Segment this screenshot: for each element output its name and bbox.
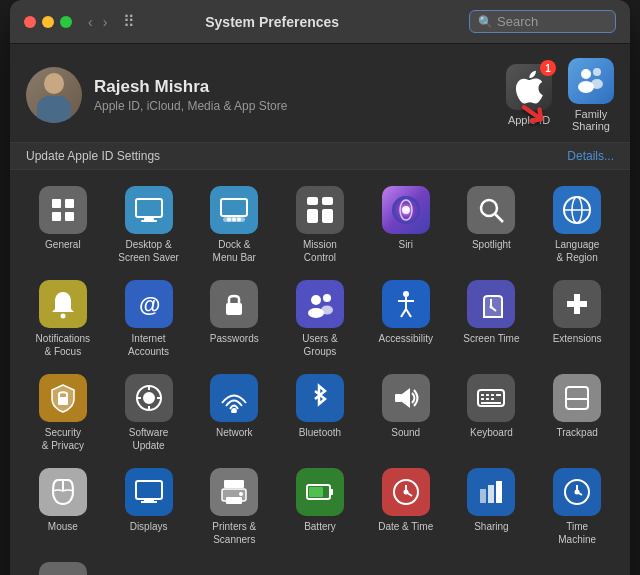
pref-item-spotlight[interactable]: Spotlight: [451, 180, 533, 270]
pref-item-extensions[interactable]: Extensions: [536, 274, 618, 364]
preferences-grid: GeneralDesktop & Screen SaverDock & Menu…: [10, 170, 630, 575]
pref-label-trackpad: Trackpad: [556, 426, 597, 439]
pref-label-screentime: Screen Time: [463, 332, 519, 345]
pref-label-spotlight: Spotlight: [472, 238, 511, 251]
pref-item-sound[interactable]: Sound: [365, 368, 447, 458]
pref-icon-users: [296, 280, 344, 328]
pref-item-security[interactable]: Security & Privacy: [22, 368, 104, 458]
pref-item-keyboard[interactable]: Keyboard: [451, 368, 533, 458]
pref-item-notifications[interactable]: Notifications & Focus: [22, 274, 104, 364]
svg-rect-10: [141, 220, 157, 222]
svg-rect-4: [52, 199, 61, 208]
pref-item-accessibility[interactable]: Accessibility: [365, 274, 447, 364]
pref-icon-sound: [382, 374, 430, 422]
pref-item-sharing[interactable]: Sharing: [451, 462, 533, 552]
svg-point-34: [323, 294, 331, 302]
pref-icon-timemachine: [553, 468, 601, 516]
pref-item-general[interactable]: General: [22, 180, 104, 270]
pref-icon-battery: [296, 468, 344, 516]
pref-item-internet[interactable]: @Internet Accounts: [108, 274, 190, 364]
pref-icon-notifications: [39, 280, 87, 328]
svg-rect-7: [65, 212, 74, 221]
svg-rect-11: [221, 199, 247, 216]
pref-icon-software: [125, 374, 173, 422]
svg-rect-58: [496, 394, 501, 396]
pref-item-timemachine[interactable]: Time Machine: [536, 462, 618, 552]
svg-point-15: [237, 218, 241, 222]
svg-rect-66: [136, 481, 162, 499]
pref-item-mission[interactable]: Mission Control: [279, 180, 361, 270]
svg-point-36: [403, 291, 409, 297]
svg-rect-8: [136, 199, 162, 217]
pref-label-mission: Mission Control: [303, 238, 337, 264]
pref-item-software[interactable]: Software Update: [108, 368, 190, 458]
svg-rect-74: [330, 489, 333, 495]
pref-item-desktop[interactable]: Desktop & Screen Saver: [108, 180, 190, 270]
pref-icon-network: [210, 374, 258, 422]
pref-item-displays[interactable]: Displays: [108, 462, 190, 552]
close-button[interactable]: [24, 16, 36, 28]
avatar-body: [37, 96, 71, 123]
pref-label-language: Language & Region: [555, 238, 600, 264]
pref-label-sound: Sound: [391, 426, 420, 439]
family-label: FamilySharing: [572, 108, 610, 132]
pref-icon-passwords: [210, 280, 258, 328]
search-input[interactable]: [497, 14, 607, 29]
pref-label-internet: Internet Accounts: [128, 332, 169, 358]
pref-item-bluetooth[interactable]: Bluetooth: [279, 368, 361, 458]
pref-label-timemachine: Time Machine: [558, 520, 596, 546]
pref-icon-siri: [382, 186, 430, 234]
pref-icon-printers: [210, 468, 258, 516]
pref-icon-extensions: [553, 280, 601, 328]
pref-item-startup[interactable]: Startup Disk: [22, 556, 104, 575]
svg-point-2: [593, 68, 601, 76]
system-preferences-window: ‹ › ⠿ System Preferences 🔍 Rajesh Mishra…: [10, 0, 630, 575]
fullscreen-button[interactable]: [60, 16, 72, 28]
profile-section: Rajesh Mishra Apple ID, iCloud, Media & …: [10, 44, 630, 142]
apple-logo-icon: [515, 70, 543, 104]
pref-label-bluetooth: Bluetooth: [299, 426, 341, 439]
pref-item-datetime[interactable]: Date & Time: [365, 462, 447, 552]
apple-id-icon: 1: [506, 64, 552, 110]
pref-icon-datetime: [382, 468, 430, 516]
pref-icon-internet: @: [125, 280, 173, 328]
svg-rect-44: [58, 397, 68, 405]
pref-label-network: Network: [216, 426, 253, 439]
family-icon-svg: [573, 63, 609, 99]
avatar: [26, 67, 82, 123]
svg-rect-17: [322, 197, 333, 205]
minimize-button[interactable]: [42, 16, 54, 28]
pref-icon-dock: [210, 186, 258, 234]
pref-item-passwords[interactable]: Passwords: [193, 274, 275, 364]
pref-item-siri[interactable]: Siri: [365, 180, 447, 270]
pref-item-users[interactable]: Users & Groups: [279, 274, 361, 364]
pref-label-passwords: Passwords: [210, 332, 259, 345]
pref-item-screentime[interactable]: Screen Time: [451, 274, 533, 364]
svg-point-72: [239, 492, 243, 496]
svg-point-31: [232, 307, 236, 311]
pref-item-network[interactable]: Network: [193, 368, 275, 458]
pref-item-language[interactable]: Language & Region: [536, 180, 618, 270]
pref-item-dock[interactable]: Dock & Menu Bar: [193, 180, 275, 270]
family-sharing-button[interactable]: FamilySharing: [568, 58, 614, 132]
pref-item-battery[interactable]: Battery: [279, 462, 361, 552]
search-box[interactable]: 🔍: [469, 10, 616, 33]
pref-item-mouse[interactable]: Mouse: [22, 462, 104, 552]
pref-label-security: Security & Privacy: [42, 426, 84, 452]
pref-label-users: Users & Groups: [302, 332, 338, 358]
svg-rect-75: [309, 487, 323, 497]
svg-point-3: [591, 79, 603, 89]
svg-text:@: @: [139, 292, 160, 317]
pref-item-printers[interactable]: Printers & Scanners: [193, 462, 275, 552]
svg-line-39: [401, 309, 406, 317]
window-title: System Preferences: [83, 14, 461, 30]
avatar-image: [34, 73, 74, 123]
pref-item-trackpad[interactable]: Trackpad: [536, 368, 618, 458]
apple-id-button[interactable]: 1 Apple ID: [506, 64, 552, 126]
details-link[interactable]: Details...: [567, 149, 614, 163]
pref-label-general: General: [45, 238, 81, 251]
pref-icon-trackpad: [553, 374, 601, 422]
pref-icon-general: [39, 186, 87, 234]
svg-point-43: [490, 306, 493, 309]
pref-icon-screentime: [467, 280, 515, 328]
